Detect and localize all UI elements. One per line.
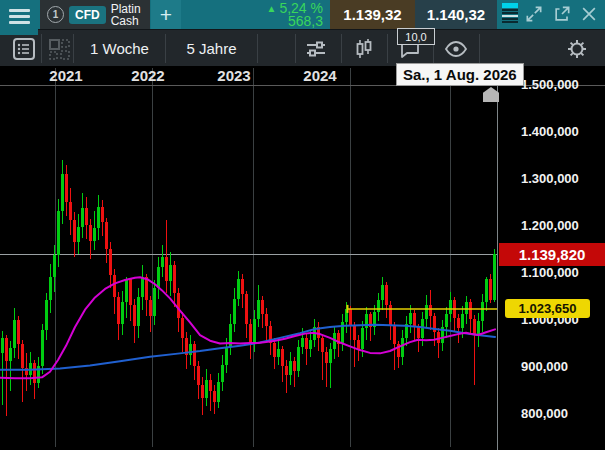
top-bar: 1 CFD Platin Cash + ▲5,24 % 568,3 1.139,…	[0, 0, 605, 29]
price-axis-label: 800,000	[521, 406, 568, 421]
ask-price-button[interactable]: 1.140,32	[415, 0, 497, 29]
hamburger-menu-button[interactable]	[0, 0, 38, 35]
change-block: ▲5,24 % 568,3	[240, 0, 323, 31]
spread-badge: 10,0	[397, 28, 435, 45]
price-axis-label: 1.100,000	[521, 265, 579, 280]
trading-app-window: { "topbar": { "accent_color": "#15707e",…	[0, 0, 605, 450]
time-axis-label: 2023	[217, 67, 250, 84]
visibility-eye-button[interactable]	[440, 30, 472, 67]
range-button[interactable]: 5 Jahre	[166, 30, 257, 67]
chart-toolbar: 1 Woche 5 Jahre	[0, 29, 605, 67]
timeframe-button[interactable]: 1 Woche	[74, 30, 165, 67]
cfd-badge: CFD	[69, 6, 106, 24]
instrument-name: Platin Cash	[111, 3, 141, 27]
date-tooltip: Sa., 1 Aug. 2026	[396, 63, 524, 86]
price-axis-label: 900,000	[521, 359, 568, 374]
price-level-badge: 1.023,650	[505, 299, 590, 318]
expand-icon[interactable]	[524, 4, 544, 24]
time-axis-label: 2022	[131, 67, 164, 84]
watchlist-button[interactable]	[8, 30, 40, 67]
up-triangle-icon: ▲	[267, 3, 277, 14]
bid-price-button[interactable]: 1.139,32	[330, 0, 415, 29]
settings-gear-button[interactable]	[561, 30, 593, 67]
tab-number-badge: 1	[47, 6, 64, 23]
change-absolute: 568,3	[240, 15, 323, 28]
close-icon[interactable]	[579, 4, 599, 24]
time-axis-label: 2024	[303, 67, 336, 84]
layout-grid-button[interactable]	[44, 30, 74, 67]
current-price-badge: 1.139,820	[499, 243, 605, 266]
instrument-tab[interactable]: 1 CFD Platin Cash	[40, 0, 150, 29]
external-link-icon[interactable]	[552, 4, 572, 24]
chart-type-button[interactable]	[348, 30, 380, 67]
chart-area[interactable]: 2021202220232024 1.500,0001.400,0001.300…	[0, 66, 605, 450]
depth-ladder-icon[interactable]	[502, 3, 518, 26]
indicator-settings-button[interactable]	[300, 30, 332, 67]
price-axis-label: 1.200,000	[521, 218, 579, 233]
new-tab-button[interactable]: +	[151, 0, 181, 29]
hamburger-icon	[9, 9, 30, 12]
price-axis-label: 1.400,000	[521, 124, 579, 139]
price-axis-label: 1.300,000	[521, 171, 579, 186]
time-axis-label: 2021	[49, 67, 82, 84]
price-axis-label: 1.500,000	[521, 77, 579, 92]
